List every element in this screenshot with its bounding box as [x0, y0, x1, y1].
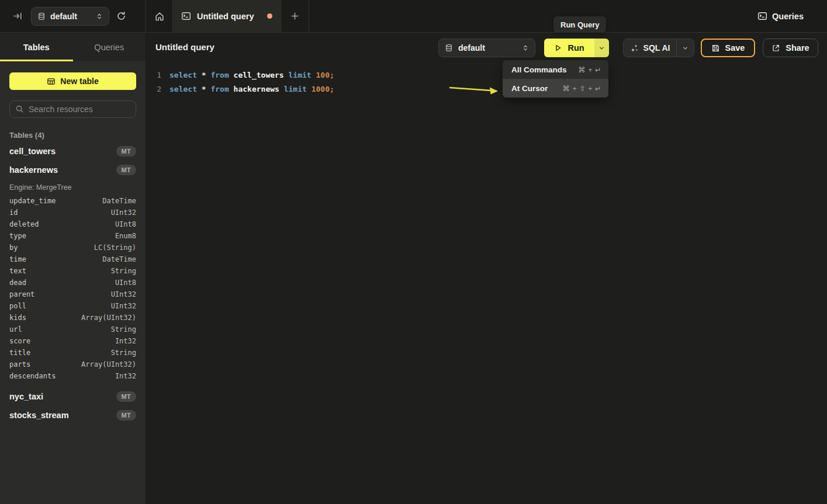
save-button[interactable]: Save: [701, 39, 755, 57]
column-row[interactable]: deletedUInt8: [9, 218, 136, 230]
code-token: 1000;: [312, 85, 334, 93]
run-options-menu: All Commands⌘ + ↵At Cursor⌘ + ⇧ + ↵: [503, 60, 608, 98]
play-icon: [554, 44, 562, 52]
column-name: text: [9, 267, 26, 275]
column-row[interactable]: descendantsInt32: [9, 370, 136, 382]
column-row[interactable]: pollUInt32: [9, 300, 136, 312]
share-external-icon: [771, 44, 780, 53]
run-split-button: Run: [544, 39, 609, 57]
line-number: 1: [146, 71, 161, 79]
share-button-label: Share: [786, 43, 809, 53]
editor-database-select[interactable]: default: [438, 39, 535, 57]
column-row[interactable]: urlString: [9, 324, 136, 335]
column-type: Int32: [115, 372, 136, 380]
run-options-caret-button[interactable]: [594, 39, 609, 57]
column-row[interactable]: timeDateTime: [9, 253, 136, 265]
terminal-icon: [181, 11, 191, 21]
code-token: cell_towers: [234, 71, 289, 79]
table-name: nyc_taxi: [9, 392, 43, 401]
run-button[interactable]: Run: [544, 39, 594, 57]
table-row[interactable]: stocks_streamMT: [9, 406, 136, 425]
active-tab-underline: [0, 60, 73, 61]
topbar-left-section: default: [0, 0, 146, 32]
home-tab-button[interactable]: [146, 0, 173, 32]
top-bar: default Untitled query Queries: [0, 0, 827, 33]
sidebar-tab-tables[interactable]: Tables: [0, 33, 73, 61]
column-row[interactable]: typeEnum8: [9, 230, 136, 242]
column-row[interactable]: kidsArray(UInt32): [9, 312, 136, 324]
plus-icon: [290, 12, 299, 20]
table-name: hackernews: [9, 165, 58, 175]
select-updown-icon: [522, 44, 529, 52]
refresh-button[interactable]: [116, 11, 126, 21]
column-row[interactable]: idUInt32: [9, 207, 136, 218]
column-name: deleted: [9, 220, 39, 228]
queries-panel-button[interactable]: Queries: [757, 11, 804, 21]
collapse-sidebar-icon: [13, 11, 23, 21]
chevron-down-icon: [598, 45, 605, 51]
sidebar-tab-queries[interactable]: Queries: [73, 33, 146, 61]
column-row[interactable]: deadUInt8: [9, 277, 136, 289]
sidebar-tabs: Tables Queries: [0, 33, 146, 61]
run-menu-item[interactable]: All Commands⌘ + ↵: [503, 60, 608, 79]
workspace-database-select[interactable]: default: [31, 7, 109, 26]
column-row[interactable]: partsArray(UInt32): [9, 359, 136, 370]
column-type: UInt32: [111, 302, 136, 310]
tab-untitled-query[interactable]: Untitled query: [173, 0, 281, 32]
search-resources-input[interactable]: [9, 100, 136, 118]
column-name: update_time: [9, 197, 56, 205]
workspace-select-value: default: [50, 12, 96, 21]
table-row[interactable]: nyc_taxiMT: [9, 387, 136, 406]
column-row[interactable]: byLC(String): [9, 242, 136, 253]
sql-ai-button[interactable]: SQL AI: [624, 39, 676, 57]
column-name: descendants: [9, 372, 56, 380]
sparkles-icon: [630, 44, 639, 53]
column-type: String: [111, 325, 136, 333]
unsaved-indicator-dot: [267, 13, 272, 19]
column-row[interactable]: titleString: [9, 347, 136, 359]
new-table-button[interactable]: New table: [9, 72, 136, 90]
code-token: select: [169, 71, 202, 79]
new-table-label: New table: [60, 77, 98, 86]
database-icon: [37, 12, 46, 20]
table-row[interactable]: cell_towersMT: [9, 142, 136, 161]
code-token: from: [210, 85, 233, 93]
save-floppy-icon: [711, 44, 720, 53]
code-token: hackernews: [234, 85, 284, 93]
column-row[interactable]: textString: [9, 265, 136, 277]
tables-section-header: Tables (4): [9, 131, 136, 140]
new-tab-button[interactable]: [281, 0, 309, 32]
table-name: cell_towers: [9, 147, 56, 156]
menu-item-shortcut: ⌘ + ↵: [578, 65, 601, 74]
run-query-tooltip: Run Query: [553, 16, 606, 33]
sidebar: Tables Queries New table Tables (4) cell…: [0, 33, 146, 504]
column-name: dead: [9, 279, 26, 287]
code-token: limit: [289, 71, 316, 79]
queries-button-label: Queries: [772, 12, 804, 21]
column-row[interactable]: update_timeDateTime: [9, 195, 136, 207]
table-name: stocks_stream: [9, 411, 69, 420]
run-menu-item[interactable]: At Cursor⌘ + ⇧ + ↵: [503, 79, 608, 98]
column-name: id: [9, 208, 18, 217]
column-type: String: [111, 267, 136, 275]
column-type: UInt32: [111, 290, 136, 298]
code-token: 100;: [316, 71, 334, 79]
engine-badge: MT: [116, 165, 136, 175]
sql-editor[interactable]: 1select * from cell_towers limit 100;2se…: [146, 61, 827, 96]
refresh-icon: [116, 11, 126, 21]
column-row[interactable]: scoreInt32: [9, 335, 136, 347]
select-updown-icon: [96, 12, 103, 20]
sql-ai-caret-button[interactable]: [676, 39, 694, 57]
column-name: type: [9, 232, 26, 240]
column-row[interactable]: parentUInt32: [9, 289, 136, 300]
table-row[interactable]: hackernewsMT: [9, 161, 136, 179]
column-name: title: [9, 349, 30, 357]
column-type: DateTime: [102, 255, 136, 263]
engine-label: Engine: MergeTree: [9, 179, 136, 195]
column-name: by: [9, 244, 18, 252]
share-button[interactable]: Share: [763, 39, 818, 57]
collapse-sidebar-button[interactable]: [13, 11, 23, 21]
column-type: LC(String): [94, 244, 136, 252]
column-name: score: [9, 337, 30, 345]
column-type: UInt8: [115, 220, 136, 228]
